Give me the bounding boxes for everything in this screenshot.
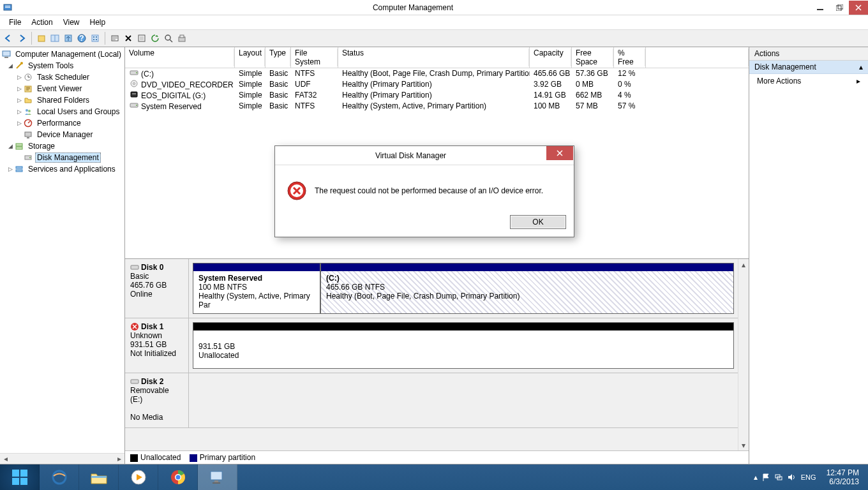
services-icon	[14, 164, 24, 174]
tree-item-performance[interactable]: ▷Performance	[1, 117, 123, 129]
dialog-message: The request could not be performed becau…	[315, 186, 543, 195]
toolbar-icon[interactable]	[49, 33, 61, 44]
delete-icon[interactable]	[123, 33, 134, 44]
actions-section[interactable]: Disk Management ▴	[749, 61, 868, 74]
tree-item-services[interactable]: ▷Services and Applications	[1, 163, 123, 175]
scroll-right-icon[interactable]: ▸	[114, 454, 124, 464]
col-pctfree[interactable]: % Free	[614, 47, 646, 68]
toolbar-icon[interactable]	[136, 33, 147, 44]
actions-item-label: More Actions	[757, 77, 801, 85]
taskbar-mediaplayer[interactable]	[119, 464, 158, 490]
back-button[interactable]	[3, 33, 14, 44]
help-icon[interactable]: ?	[76, 33, 87, 44]
col-filesystem[interactable]: File System	[291, 47, 338, 68]
toolbar-icon[interactable]	[176, 33, 188, 44]
volume-row[interactable]: DVD_VIDEO_RECORDER (D:)SimpleBasicUDFHea…	[125, 79, 749, 90]
taskbar-computer-management[interactable]	[198, 464, 237, 490]
collapse-icon[interactable]: ◢	[6, 143, 14, 149]
svg-rect-25	[4, 57, 8, 58]
menu-file[interactable]: File	[4, 17, 26, 28]
partition-box[interactable]: 931.51 GBUnallocated	[193, 322, 734, 369]
collapse-icon[interactable]: ◢	[6, 63, 14, 69]
volume-icon	[129, 69, 139, 77]
toolbar-icon[interactable]	[163, 33, 174, 44]
taskbar-clock[interactable]: 12:47 PM 6/3/2013	[821, 468, 864, 487]
svg-rect-58	[91, 476, 107, 478]
tree-item-system-tools[interactable]: ◢ System Tools	[1, 60, 123, 71]
svg-rect-45	[132, 93, 136, 94]
language-indicator[interactable]: ENG	[801, 473, 816, 481]
volume-icon[interactable]	[787, 473, 796, 482]
ok-button[interactable]: OK	[510, 215, 566, 229]
tree-root[interactable]: Computer Management (Local)	[1, 48, 123, 60]
menu-help[interactable]: Help	[85, 17, 111, 28]
svg-point-57	[53, 471, 66, 484]
taskbar-ie[interactable]	[40, 464, 79, 490]
partition-box[interactable]: (C:)465.66 GB NTFSHealthy (Boot, Page Fi…	[320, 263, 734, 314]
volume-icon	[129, 101, 139, 109]
taskbar-chrome[interactable]	[158, 464, 198, 490]
disk-info[interactable]: Disk 2Removable (E:)No Media	[125, 373, 189, 427]
tree-item-shared-folders[interactable]: ▷Shared Folders	[1, 94, 123, 106]
col-freespace[interactable]: Free Space	[572, 47, 614, 68]
tree-item-disk-management[interactable]: ▷Disk Management	[1, 152, 123, 163]
network-icon[interactable]	[774, 473, 783, 482]
dialog-close-button[interactable]	[546, 146, 573, 160]
disk-partitions	[189, 373, 738, 427]
col-layout[interactable]: Layout	[235, 47, 266, 68]
partition-box[interactable]: System Reserved100 MB NTFSHealthy (Syste…	[193, 263, 320, 314]
col-type[interactable]: Type	[266, 47, 291, 68]
toolbar-icon[interactable]	[89, 33, 101, 44]
col-status[interactable]: Status	[338, 47, 530, 68]
main-area: Computer Management (Local) ◢ System Too…	[0, 47, 868, 464]
start-button[interactable]	[0, 464, 40, 490]
close-button[interactable]	[849, 1, 868, 15]
taskbar-explorer[interactable]	[79, 464, 119, 490]
horizontal-scrollbar[interactable]: ◂ ▸	[0, 453, 124, 464]
toolbar-icon[interactable]	[109, 33, 121, 44]
forward-button[interactable]	[16, 33, 27, 44]
disk-partitions: System Reserved100 MB NTFSHealthy (Syste…	[189, 259, 738, 318]
device-icon	[23, 130, 33, 140]
center-pane: Volume Layout Type File System Status Ca…	[125, 47, 749, 464]
volume-row[interactable]: System ReservedSimpleBasicNTFSHealthy (S…	[125, 101, 749, 112]
menu-view[interactable]: View	[58, 17, 85, 28]
scroll-left-icon[interactable]: ◂	[0, 454, 11, 464]
tree-item-local-users[interactable]: ▷Local Users and Groups	[1, 106, 123, 117]
folder-icon	[23, 95, 33, 105]
nav-tree: Computer Management (Local) ◢ System Too…	[0, 47, 124, 176]
scroll-down-icon[interactable]: ▾	[739, 440, 749, 450]
scroll-up-icon[interactable]: ▴	[739, 259, 749, 270]
toolbar-icon[interactable]	[36, 33, 47, 44]
tree-item-task-scheduler[interactable]: ▷Task Scheduler	[1, 71, 123, 83]
tree-item-storage[interactable]: ◢Storage	[1, 140, 123, 152]
volume-row[interactable]: EOS_DIGITAL (G:)SimpleBasicFAT32Healthy …	[125, 90, 749, 101]
disk-row: Disk 1Unknown931.51 GBNot Initialized931…	[125, 318, 738, 373]
col-capacity[interactable]: Capacity	[530, 47, 572, 68]
actions-header: Actions	[749, 47, 868, 61]
flag-icon[interactable]	[761, 473, 770, 482]
disk-icon	[23, 152, 33, 163]
tree-item-event-viewer[interactable]: ▷Event Viewer	[1, 83, 123, 94]
volume-row[interactable]: (C:)SimpleBasicNTFSHealthy (Boot, Page F…	[125, 68, 749, 79]
svg-rect-4	[836, 6, 841, 11]
minimize-button[interactable]	[811, 1, 830, 15]
disk-info[interactable]: Disk 0Basic465.76 GBOnline	[125, 259, 189, 318]
menu-action[interactable]: Action	[26, 17, 57, 28]
expand-icon[interactable]: ▷	[6, 166, 14, 172]
actions-more[interactable]: More Actions ▸	[749, 74, 868, 88]
expand-icon[interactable]: ▷	[15, 120, 23, 126]
col-volume[interactable]: Volume	[125, 47, 235, 68]
vertical-scrollbar[interactable]: ▴ ▾	[738, 259, 749, 450]
tree-item-device-manager[interactable]: ▷Device Manager	[1, 129, 123, 140]
expand-icon[interactable]: ▷	[15, 74, 23, 80]
toolbar-icon[interactable]	[63, 33, 74, 44]
tray-chevron-icon[interactable]: ▴	[754, 473, 758, 482]
disk-info[interactable]: Disk 1Unknown931.51 GBNot Initialized	[125, 318, 189, 373]
expand-icon[interactable]: ▷	[15, 97, 23, 103]
expand-icon[interactable]: ▷	[15, 108, 23, 115]
toolbar-icon[interactable]	[149, 33, 161, 44]
svg-rect-2	[5, 7, 10, 8]
expand-icon[interactable]: ▷	[15, 85, 23, 92]
maximize-button[interactable]	[830, 1, 849, 15]
